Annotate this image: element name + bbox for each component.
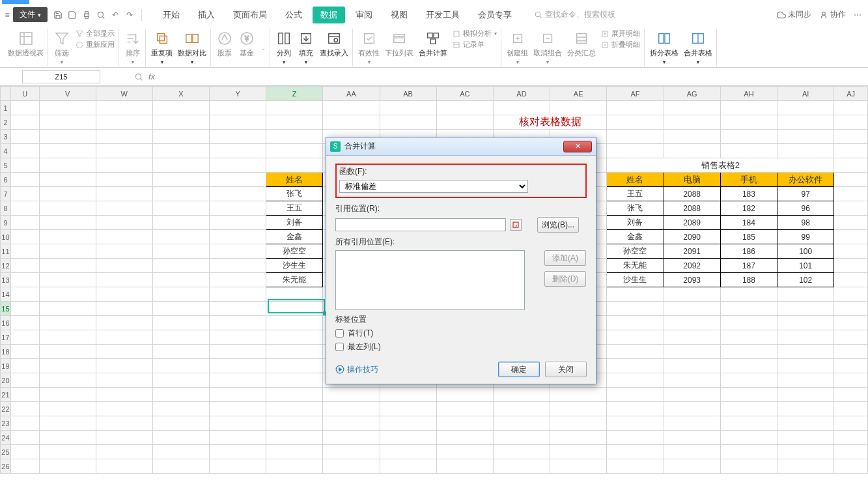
cell-AF4[interactable]	[607, 144, 664, 158]
cell-Z6[interactable]: 姓名	[266, 173, 323, 187]
cell-AG17[interactable]	[664, 330, 720, 345]
cell-Z7[interactable]: 张飞	[266, 187, 323, 201]
cell-AJ14[interactable]	[834, 287, 868, 302]
tab-开发工具[interactable]: 开发工具	[418, 7, 468, 23]
cell-AH18[interactable]	[720, 345, 777, 359]
pivot-table-button[interactable]: 数据透视表	[8, 29, 44, 58]
cell-Z15[interactable]	[266, 302, 323, 316]
cell-AC22[interactable]	[436, 402, 493, 416]
cell-AF3[interactable]	[607, 130, 664, 144]
row-header-19[interactable]: 19	[1, 359, 11, 373]
cell-X24[interactable]	[152, 431, 209, 445]
cell-Y26[interactable]	[209, 459, 266, 474]
cell-AF1[interactable]	[607, 101, 664, 115]
merge-table-button[interactable]: 合并表格▾	[684, 29, 712, 65]
cell-AI24[interactable]	[777, 431, 834, 445]
cell-AA23[interactable]	[323, 416, 380, 431]
cell-AH21[interactable]	[720, 388, 777, 402]
row-header-16[interactable]: 16	[1, 316, 11, 330]
undo-icon[interactable]: ↶	[110, 10, 120, 20]
cell-V12[interactable]	[39, 259, 96, 273]
cell-V20[interactable]	[39, 373, 96, 388]
cell-AG22[interactable]	[664, 402, 720, 416]
cell-Z23[interactable]	[266, 416, 323, 431]
cell-X20[interactable]	[152, 373, 209, 388]
cell-AI8[interactable]: 96	[777, 201, 834, 216]
dropdown-list-button[interactable]: 下拉列表	[385, 29, 413, 58]
cell-AJ10[interactable]	[834, 230, 868, 244]
cell-W19[interactable]	[96, 359, 152, 373]
cell-W20[interactable]	[96, 373, 152, 388]
row-header-15[interactable]: 15	[1, 302, 11, 316]
col-header-X[interactable]: X	[152, 87, 209, 101]
cell-X2[interactable]	[152, 115, 209, 130]
cell-X10[interactable]	[152, 230, 209, 244]
cell-Y6[interactable]	[209, 173, 266, 187]
cell-AI1[interactable]	[777, 101, 834, 115]
cell-X21[interactable]	[152, 388, 209, 402]
cell-AA2[interactable]	[323, 115, 380, 130]
cell-X1[interactable]	[152, 101, 209, 115]
cell-U11[interactable]	[10, 244, 39, 259]
cell-AD23[interactable]	[493, 416, 550, 431]
cell-W1[interactable]	[96, 101, 152, 115]
cell-AJ25[interactable]	[834, 445, 868, 459]
cell-V4[interactable]	[39, 144, 96, 158]
cell-Y7[interactable]	[209, 187, 266, 201]
cell-V15[interactable]	[39, 302, 96, 316]
duplicates-button[interactable]: 重复项▾	[151, 29, 173, 65]
reapply-button[interactable]: 重新应用	[76, 40, 115, 50]
expand-icon[interactable]: ⌄	[260, 44, 266, 51]
row-header-14[interactable]: 14	[1, 287, 11, 302]
function-select[interactable]: 标准偏差	[339, 180, 528, 193]
cell-AI11[interactable]: 100	[777, 244, 834, 259]
cell-AG3[interactable]	[664, 130, 720, 144]
cell-AH3[interactable]	[720, 130, 777, 144]
cell-AH9[interactable]: 184	[720, 216, 777, 230]
cell-AJ12[interactable]	[834, 259, 868, 273]
cell-AI21[interactable]	[777, 388, 834, 402]
cell-AG14[interactable]	[664, 287, 720, 302]
cell-U12[interactable]	[10, 259, 39, 273]
cell-AF18[interactable]	[607, 345, 664, 359]
cell-Y20[interactable]	[209, 373, 266, 388]
save-icon[interactable]	[53, 10, 63, 20]
cell-W9[interactable]	[96, 216, 152, 230]
cell-AB24[interactable]	[380, 431, 436, 445]
cell-V25[interactable]	[39, 445, 96, 459]
tab-会员专享[interactable]: 会员专享	[470, 7, 520, 23]
cell-Y2[interactable]	[209, 115, 266, 130]
cell-AJ3[interactable]	[834, 130, 868, 144]
col-header-Y[interactable]: Y	[209, 87, 266, 101]
cell-AH19[interactable]	[720, 359, 777, 373]
cell-AD22[interactable]	[493, 402, 550, 416]
row-header-21[interactable]: 21	[1, 388, 11, 402]
cell-Z20[interactable]	[266, 373, 323, 388]
filter-button[interactable]: 筛选▾	[53, 29, 70, 65]
cell-Z24[interactable]	[266, 431, 323, 445]
cell-AJ4[interactable]	[834, 144, 868, 158]
cell-AJ11[interactable]	[834, 244, 868, 259]
save-as-icon[interactable]	[67, 10, 77, 20]
cell-X19[interactable]	[152, 359, 209, 373]
cell-AG12[interactable]: 2092	[664, 259, 720, 273]
cell-AI14[interactable]	[777, 287, 834, 302]
cell-V13[interactable]	[39, 273, 96, 287]
cell-AJ6[interactable]	[834, 173, 868, 187]
cell-AF11[interactable]: 孙空空	[607, 244, 664, 259]
cell-U3[interactable]	[10, 130, 39, 144]
cell-AJ26[interactable]	[834, 459, 868, 474]
cell-Z17[interactable]	[266, 330, 323, 345]
row-header-7[interactable]: 7	[1, 187, 11, 201]
cell-AI23[interactable]	[777, 416, 834, 431]
cell-AI3[interactable]	[777, 130, 834, 144]
show-all-button[interactable]: 全部显示	[76, 29, 115, 38]
cell-AJ15[interactable]	[834, 302, 868, 316]
row-header-4[interactable]: 4	[1, 144, 11, 158]
cell-AC25[interactable]	[436, 445, 493, 459]
cell-AC23[interactable]	[436, 416, 493, 431]
cell-AF26[interactable]	[607, 459, 664, 474]
cell-AI20[interactable]	[777, 373, 834, 388]
cell-AI4[interactable]	[777, 144, 834, 158]
cell-AI16[interactable]	[777, 316, 834, 330]
